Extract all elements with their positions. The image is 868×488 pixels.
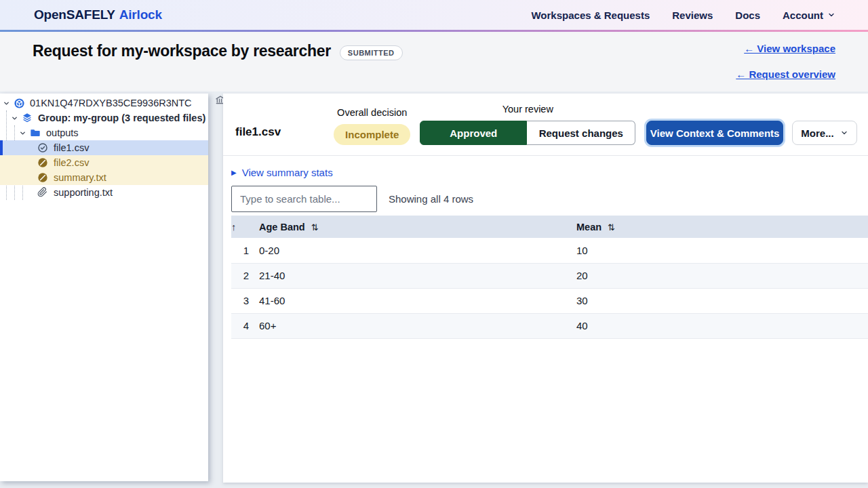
- cell-age-band: 0-20: [259, 238, 576, 263]
- view-workspace-link[interactable]: ← View workspace: [736, 43, 835, 54]
- view-summary-stats-toggle[interactable]: ▶ View summary stats: [231, 167, 333, 178]
- cell-mean: 10: [576, 238, 868, 263]
- chevron-down-icon: [840, 129, 848, 137]
- cell-mean: 30: [576, 288, 868, 313]
- status-badge: SUBMITTED: [340, 45, 403, 60]
- table-row: 1 0-20 10: [231, 238, 868, 263]
- paperclip-icon: [37, 187, 49, 199]
- more-actions-button[interactable]: More...: [792, 121, 857, 145]
- cell-age-band: 41-60: [259, 288, 576, 313]
- tree-node-label: supporting.txt: [54, 187, 113, 198]
- brand-secondary: Airlock: [119, 7, 162, 22]
- request-overview-link[interactable]: ← Request overview: [736, 68, 835, 80]
- check-circle-icon: [37, 142, 49, 154]
- tree-node-label: 01KN1Q47RDXYB35CE9936R3NTC: [30, 98, 192, 108]
- tree-node-group[interactable]: Group: my-group (3 requested files): [0, 110, 208, 125]
- table-row: 2 21-40 20: [231, 263, 868, 288]
- table-row: 4 60+ 40: [231, 313, 868, 338]
- review-button-group: Approved Request changes: [420, 121, 635, 145]
- nav-docs[interactable]: Docs: [735, 9, 760, 21]
- top-nav-links: Workspaces & Requests Reviews Docs Accou…: [531, 9, 835, 21]
- row-number: 1: [231, 238, 259, 263]
- sort-icon: ⇅: [311, 222, 319, 232]
- table-row: 3 41-60 30: [231, 288, 868, 313]
- chevron-down-icon[interactable]: [11, 115, 20, 122]
- folder-icon: [30, 127, 41, 139]
- slash-circle-icon: [37, 172, 49, 184]
- file-tree-sidebar: 01KN1Q47RDXYB35CE9936R3NTC Group: my-gro…: [0, 94, 208, 481]
- row-number-column-header[interactable]: ↑: [231, 216, 259, 238]
- brand-primary: OpenSAFELY: [34, 7, 115, 22]
- app-logo[interactable]: OpenSAFELY Airlock: [34, 7, 162, 22]
- slash-circle-icon: [37, 157, 49, 169]
- table-header-row: ↑ Age Band⇅ Mean⇅: [231, 216, 868, 238]
- row-number: 3: [231, 288, 259, 313]
- approve-button[interactable]: Approved: [420, 121, 527, 145]
- cell-mean: 20: [576, 263, 868, 288]
- tree-node-summary-txt[interactable]: summary.txt: [0, 170, 208, 185]
- sort-icon: ⇅: [608, 222, 615, 232]
- chevron-down-icon: [827, 11, 835, 19]
- sorted-ascending-icon: ↑: [231, 222, 236, 232]
- file-review-panel: file1.csv Overall decision Incomplete Yo…: [223, 94, 868, 483]
- cell-age-band: 60+: [259, 313, 576, 338]
- table-search-input[interactable]: [231, 186, 377, 212]
- tree-node-label: summary.txt: [54, 172, 106, 183]
- tree-node-file2-csv[interactable]: file2.csv: [0, 155, 208, 170]
- tree-node-label: outputs: [46, 127, 79, 138]
- request-header: Request for my-workspace by researcher S…: [0, 32, 868, 92]
- row-count-text: Showing all 4 rows: [389, 193, 473, 205]
- tree-node-label: file2.csv: [54, 157, 89, 168]
- tree-node-request-id[interactable]: 01KN1Q47RDXYB35CE9936R3NTC: [0, 96, 208, 110]
- your-review-label: Your review: [502, 104, 553, 115]
- tree-node-outputs-folder[interactable]: outputs: [0, 125, 208, 140]
- page-title: Request for my-workspace by researcher: [33, 42, 331, 60]
- layers-icon: [22, 113, 33, 124]
- chevron-down-icon[interactable]: [19, 129, 28, 137]
- cube-badge-icon: [14, 98, 25, 109]
- tree-node-supporting-txt[interactable]: supporting.txt: [0, 185, 208, 200]
- nav-workspaces-requests[interactable]: Workspaces & Requests: [531, 9, 650, 21]
- row-number: 4: [231, 313, 259, 338]
- nav-account-menu[interactable]: Account: [783, 9, 835, 21]
- overall-decision-badge: Incomplete: [334, 124, 410, 145]
- file-review-toolbar: file1.csv Overall decision Incomplete Yo…: [223, 94, 868, 156]
- column-header-mean[interactable]: Mean⇅: [576, 216, 868, 238]
- tree-node-file1-csv[interactable]: file1.csv: [0, 140, 208, 155]
- triangle-right-icon: ▶: [231, 169, 237, 176]
- cell-age-band: 21-40: [259, 263, 576, 288]
- overall-decision-label: Overall decision: [337, 107, 407, 118]
- tree-node-label: Group: my-group (3 requested files): [38, 113, 205, 123]
- file-title: file1.csv: [235, 125, 281, 145]
- view-context-comments-button[interactable]: View Context & Comments: [646, 121, 783, 145]
- top-navigation-bar: OpenSAFELY Airlock Workspaces & Requests…: [0, 0, 868, 30]
- cell-mean: 40: [576, 313, 868, 338]
- column-header-age-band[interactable]: Age Band⇅: [259, 216, 576, 238]
- chevron-down-icon[interactable]: [3, 100, 12, 107]
- nav-reviews[interactable]: Reviews: [672, 9, 713, 21]
- data-table: ↑ Age Band⇅ Mean⇅ 1 0-20 10 2 21-40 20 3…: [231, 216, 868, 339]
- request-changes-button[interactable]: Request changes: [527, 121, 635, 145]
- tree-node-label: file1.csv: [54, 142, 89, 153]
- row-number: 2: [231, 263, 259, 288]
